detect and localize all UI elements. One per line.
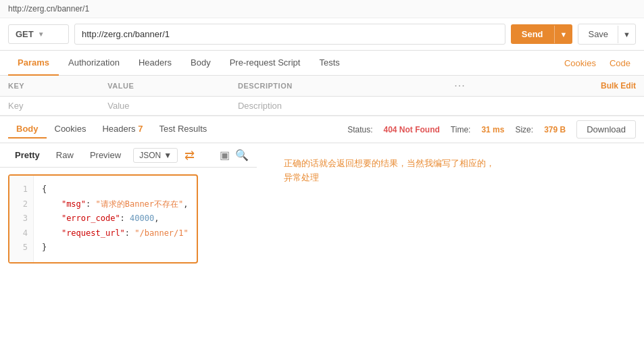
request-bar: GET ▼ Send ▼ Save ▼: [0, 18, 644, 51]
code-line-5: }: [42, 241, 189, 255]
resp-tab-cookies[interactable]: Cookies: [47, 120, 95, 139]
code-line-3: "error_code": 40000,: [42, 211, 189, 226]
resp-tab-test-results[interactable]: Test Results: [151, 120, 215, 139]
json-box: 1 2 3 4 5 { "msg": "请求的Banner不存在", "erro…: [8, 174, 198, 264]
request-tabs: Params Authorization Headers Body Pre-re…: [0, 51, 644, 76]
sub-tab-preview[interactable]: Preview: [83, 147, 128, 163]
url-bar-top: http://zerg.cn/banner/1: [0, 0, 644, 18]
download-button[interactable]: Download: [576, 120, 636, 139]
top-url-text: http://zerg.cn/banner/1: [8, 4, 89, 14]
bulk-edit-button[interactable]: Bulk Edit: [601, 81, 636, 91]
comment-content: 正确的话就会返回想要的结果，当然我编写了相应的，异常处理: [284, 158, 495, 182]
col-key: KEY: [0, 76, 99, 97]
tab-params[interactable]: Params: [8, 51, 59, 76]
send-dropdown-icon[interactable]: ▼: [554, 26, 573, 43]
save-label: Save: [578, 24, 618, 44]
save-dropdown-icon[interactable]: ▼: [618, 26, 635, 43]
search-button[interactable]: 🔍: [235, 149, 249, 161]
sub-tab-raw[interactable]: Raw: [49, 147, 80, 163]
format-arrow-icon: ▼: [164, 151, 172, 160]
url-input[interactable]: [74, 24, 505, 45]
line-numbers: 1 2 3 4 5: [9, 176, 34, 262]
time-value: 31 ms: [481, 125, 504, 134]
col-actions: ···: [446, 76, 487, 97]
key-request-url: "request_url": [61, 228, 125, 238]
send-label: Send: [511, 24, 554, 44]
line-num-4: 4: [15, 226, 28, 241]
response-tabs: Body Cookies Headers 7 Test Results: [8, 120, 215, 139]
code-line-4: "request_url": "/banner/1": [42, 226, 189, 241]
tab-headers[interactable]: Headers: [129, 51, 181, 76]
status-info: Status: 404 Not Found Time: 31 ms Size: …: [347, 125, 566, 134]
sub-tab-pretty[interactable]: Pretty: [8, 147, 47, 163]
key-cell: Key: [0, 97, 99, 116]
main-content: Pretty Raw Preview JSON ▼ ⇄ ▣ 🔍 1 2 3 4: [0, 143, 644, 270]
sub-tabs-right: ▣ 🔍: [220, 149, 249, 161]
wrap-button[interactable]: ⇄: [184, 149, 195, 161]
table-row: Key Value Description: [0, 97, 644, 116]
col-bulk: Bulk Edit: [487, 76, 644, 97]
params-table: KEY VALUE DESCRIPTION ··· Bulk Edit Key …: [0, 76, 644, 116]
resp-tab-body[interactable]: Body: [8, 120, 47, 139]
tab-authorization[interactable]: Authorization: [59, 51, 129, 76]
tab-tests[interactable]: Tests: [309, 51, 349, 76]
code-line-2: "msg": "请求的Banner不存在",: [42, 197, 189, 212]
line-num-3: 3: [15, 211, 28, 226]
resp-tab-headers[interactable]: Headers 7: [94, 120, 151, 139]
tab-cookies-link[interactable]: Cookies: [559, 51, 601, 75]
format-select[interactable]: JSON ▼: [133, 148, 178, 163]
line-num-2: 2: [15, 197, 28, 212]
comment-text: 正确的话就会返回想要的结果，当然我编写了相应的，异常处理: [270, 150, 630, 192]
val-msg: "请求的Banner不存在": [95, 199, 183, 209]
code-panel: 1 2 3 4 5 { "msg": "请求的Banner不存在", "erro…: [9, 176, 197, 262]
right-panel: 正确的话就会返回想要的结果，当然我编写了相应的，异常处理: [257, 143, 644, 270]
actions-cell: [446, 97, 487, 116]
size-value: 379 B: [544, 125, 566, 134]
response-bar: Body Cookies Headers 7 Test Results Stat…: [0, 116, 644, 143]
method-label: GET: [16, 29, 34, 39]
format-label: JSON: [139, 151, 161, 160]
code-content: { "msg": "请求的Banner不存在", "error_code": 4…: [34, 176, 197, 262]
left-panel: Pretty Raw Preview JSON ▼ ⇄ ▣ 🔍 1 2 3 4: [0, 143, 257, 270]
status-label: Status:: [347, 125, 372, 134]
time-label: Time:: [451, 125, 471, 134]
more-options-button[interactable]: ···: [454, 80, 465, 92]
tab-body[interactable]: Body: [181, 51, 220, 76]
sub-tabs-row: Pretty Raw Preview JSON ▼ ⇄ ▣ 🔍: [0, 143, 257, 168]
headers-badge: 7: [138, 124, 143, 134]
tab-pre-request-script[interactable]: Pre-request Script: [220, 51, 310, 76]
key-error-code: "error_code": [61, 214, 120, 223]
size-label: Size:: [515, 125, 533, 134]
value-cell: Value: [99, 97, 230, 116]
save-button[interactable]: Save ▼: [578, 24, 636, 45]
code-line-1: {: [42, 182, 189, 197]
val-request-url: "/banner/1": [134, 228, 188, 238]
status-value: 404 Not Found: [384, 125, 440, 134]
val-error-code: 40000: [130, 214, 154, 223]
method-arrow-icon: ▼: [38, 30, 45, 38]
description-cell: Description: [230, 97, 446, 116]
tabs-right: Cookies Code: [559, 51, 636, 75]
line-num-5: 5: [15, 241, 28, 255]
col-value: VALUE: [99, 76, 230, 97]
tab-code-link[interactable]: Code: [604, 51, 636, 75]
method-select[interactable]: GET ▼: [8, 24, 69, 44]
bulk-cell: [487, 97, 644, 116]
key-msg: "msg": [61, 199, 86, 209]
send-button[interactable]: Send ▼: [511, 24, 573, 44]
copy-button[interactable]: ▣: [220, 149, 230, 161]
line-num-1: 1: [15, 182, 28, 197]
col-description: DESCRIPTION: [230, 76, 446, 97]
